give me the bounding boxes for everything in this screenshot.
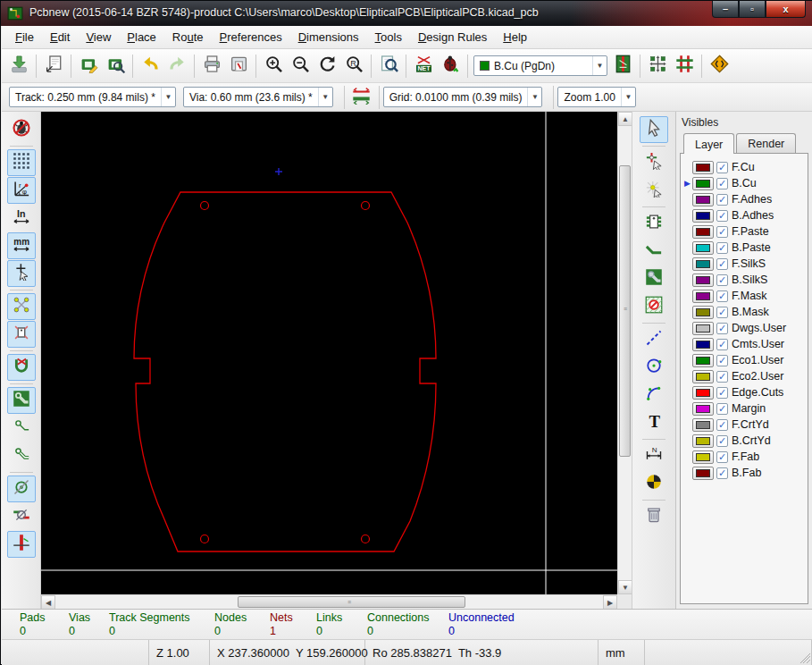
layer-color-button[interactable] (692, 209, 714, 223)
resize-grip[interactable] (799, 652, 810, 663)
menu-tools[interactable]: Tools (367, 28, 410, 46)
minimize-button[interactable]: – (712, 1, 739, 18)
horizontal-scroll-thumb[interactable]: ≡ (238, 596, 465, 608)
netlist-button[interactable]: NET (410, 53, 437, 80)
tool-add-circle[interactable] (640, 354, 668, 381)
layer-row-f-cu[interactable]: ✓F.Cu (682, 159, 808, 175)
menu-dimensions[interactable]: Dimensions (290, 28, 367, 46)
menu-edit[interactable]: Edit (42, 28, 78, 46)
layer-visibility-checkbox[interactable]: ✓ (716, 258, 728, 270)
print-button[interactable] (198, 53, 225, 80)
layer-row-b-cu[interactable]: ▶✓B.Cu (682, 175, 808, 191)
menu-preferences[interactable]: Preferences (212, 28, 290, 46)
layer-visibility-checkbox[interactable]: ✓ (716, 403, 728, 415)
module-editor-button[interactable] (75, 53, 102, 80)
zoom-out-button[interactable] (287, 53, 314, 80)
vertical-scrollbar[interactable]: ▲ ≡ ▼ (617, 112, 632, 594)
tool-highlight-net[interactable] (640, 149, 668, 176)
layer-color-button[interactable] (692, 257, 714, 271)
zoom-in-button[interactable] (260, 53, 287, 80)
layer-visibility-checkbox[interactable]: ✓ (716, 178, 728, 189)
drc-button[interactable] (437, 53, 464, 80)
toggle-polar-coords[interactable]: φr (7, 177, 36, 204)
tool-add-keepout[interactable] (640, 293, 668, 320)
mode-footprint-button[interactable] (644, 53, 671, 80)
horizontal-scrollbar[interactable]: ◀ ≡ ▶ (41, 594, 617, 609)
menu-help[interactable]: Help (495, 28, 535, 46)
layer-visibility-checkbox[interactable]: ✓ (716, 451, 728, 463)
layer-visibility-checkbox[interactable]: ✓ (716, 387, 728, 399)
layer-row-b-crtyd[interactable]: ✓B.CrtYd (682, 433, 808, 449)
toggle-layers-manager[interactable] (7, 531, 36, 558)
layer-color-button[interactable] (692, 241, 714, 255)
vias-sketch-mode[interactable] (7, 476, 36, 502)
layer-color-button[interactable] (692, 370, 714, 383)
tool-select[interactable] (640, 116, 668, 143)
units-inches[interactable]: In (7, 205, 36, 231)
toggle-grid-visibility[interactable] (7, 149, 36, 176)
layer-visibility-checkbox[interactable]: ✓ (716, 419, 728, 431)
layer-color-button[interactable] (692, 386, 714, 400)
layer-color-button[interactable] (692, 193, 714, 206)
tool-add-dimension[interactable]: N (640, 442, 668, 469)
layer-visibility-checkbox[interactable]: ✓ (716, 323, 728, 334)
layer-row-margin[interactable]: ✓Margin (682, 400, 808, 417)
layer-row-b-mask[interactable]: ✓B.Mask (682, 304, 808, 320)
layer-row-f-adhes[interactable]: ✓F.Adhes (682, 191, 808, 207)
plot-button[interactable] (225, 53, 252, 80)
zones-unfilled-mode[interactable] (7, 415, 36, 442)
layer-visibility-checkbox[interactable]: ✓ (716, 307, 728, 318)
layer-row-f-crtyd[interactable]: ✓F.CrtYd (682, 417, 808, 433)
units-mm[interactable]: mm (7, 232, 36, 259)
layer-row-dwgs-user[interactable]: ✓Dwgs.User (682, 320, 808, 336)
find-button[interactable] (375, 53, 402, 80)
menu-design-rules[interactable]: Design Rules (410, 28, 495, 46)
layer-row-b-silks[interactable]: ✓B.SilkS (682, 272, 808, 288)
vertical-scroll-thumb[interactable]: ≡ (619, 165, 631, 457)
layer-visibility-checkbox[interactable]: ✓ (716, 226, 728, 238)
layer-visibility-checkbox[interactable]: ✓ (716, 371, 728, 383)
toggle-cursor-shape[interactable] (7, 260, 36, 287)
layer-row-f-paste[interactable]: ✓F.Paste (682, 223, 808, 240)
layer-color-button[interactable] (692, 418, 714, 432)
zones-outline-mode[interactable] (7, 442, 36, 469)
layer-color-button[interactable] (692, 338, 714, 351)
menu-route[interactable]: Route (164, 28, 212, 46)
layer-visibility-checkbox[interactable]: ✓ (716, 210, 728, 222)
layer-row-b-adhes[interactable]: ✓B.Adhes (682, 207, 808, 223)
redraw-button[interactable] (314, 53, 340, 80)
tab-render[interactable]: Render (736, 133, 796, 154)
toggle-ratsnest[interactable] (7, 293, 36, 320)
layer-color-button[interactable] (692, 434, 714, 448)
zones-filled-mode[interactable] (7, 387, 36, 414)
grid-select[interactable]: Grid: 0.0100 mm (0.39 mils) ▼ (383, 87, 543, 107)
layer-row-b-paste[interactable]: ✓B.Paste (682, 240, 808, 256)
layer-row-eco2-user[interactable]: ✓Eco2.User (682, 368, 808, 384)
scroll-up-arrow[interactable]: ▲ (618, 112, 632, 126)
scroll-down-arrow[interactable]: ▼ (618, 580, 632, 594)
menu-file[interactable]: File (7, 28, 42, 46)
tool-add-track[interactable] (640, 238, 668, 265)
layer-color-button[interactable] (692, 354, 714, 367)
pcb-canvas[interactable]: ▲ ≡ ▼ ◀ ≡ ▶ (41, 112, 632, 609)
toggle-drc-off[interactable] (7, 116, 36, 143)
layer-color-button[interactable] (692, 467, 714, 480)
tool-add-text[interactable]: T (640, 409, 668, 436)
tool-local-ratsnest[interactable] (640, 177, 668, 204)
layer-toggle-button[interactable] (609, 53, 636, 80)
layer-color-button[interactable] (692, 306, 714, 319)
auto-track-width-button[interactable] (348, 84, 375, 111)
mode-track-button[interactable] (671, 53, 698, 80)
tab-layer[interactable]: Layer (683, 133, 734, 154)
layer-color-button[interactable] (692, 450, 714, 464)
layer-visibility-checkbox[interactable]: ✓ (716, 290, 728, 302)
close-button[interactable]: x (766, 1, 806, 18)
save-button[interactable] (5, 53, 32, 80)
layer-row-f-fab[interactable]: ✓F.Fab (682, 449, 808, 465)
tool-add-graphic-line[interactable] (640, 326, 668, 353)
high-contrast-mode[interactable] (7, 503, 36, 530)
scroll-left-arrow[interactable]: ◀ (41, 595, 55, 610)
layer-visibility-checkbox[interactable]: ✓ (716, 339, 728, 350)
layer-visibility-checkbox[interactable]: ✓ (716, 162, 728, 173)
module-viewer-button[interactable] (102, 53, 129, 80)
